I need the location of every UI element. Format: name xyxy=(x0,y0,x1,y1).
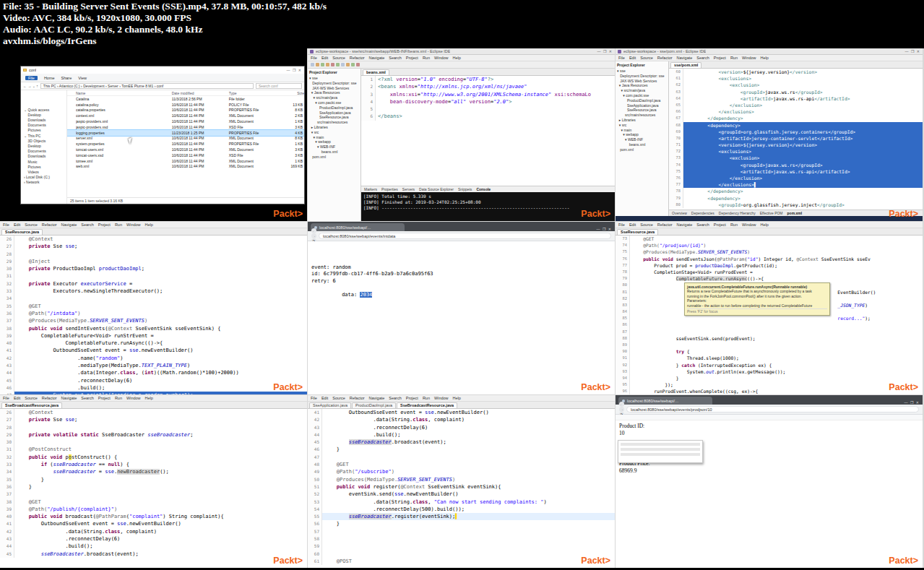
menu-item[interactable]: Window xyxy=(434,56,449,60)
console-tab[interactable]: Console xyxy=(476,187,491,191)
menu-item[interactable]: Project xyxy=(714,56,726,60)
console-tab[interactable]: Properties xyxy=(381,187,398,191)
editor-tab[interactable]: SseApplication.java xyxy=(309,402,351,408)
search-input[interactable]: Search conf xyxy=(256,83,302,89)
tree-item[interactable]: ▾ src xyxy=(617,123,668,128)
sidebar-item[interactable]: Documents xyxy=(24,123,66,128)
menu-item[interactable]: Search xyxy=(389,56,401,60)
column-header[interactable]: Type xyxy=(229,91,275,95)
file-row[interactable]: web.xml 10/6/2018 11:44 PM XML Document … xyxy=(67,164,304,170)
menu-item[interactable]: Help xyxy=(145,396,153,400)
toolbar-icon[interactable] xyxy=(356,63,360,66)
menu-item[interactable]: Window xyxy=(126,396,141,400)
tree-item[interactable]: pom.xml xyxy=(617,147,668,152)
code-editor[interactable]: 1<?xml version="1.0" encoding="UTF-8"?>2… xyxy=(361,76,615,186)
tree-item[interactable]: ▾ main xyxy=(617,128,668,133)
menu-item[interactable]: Help xyxy=(453,396,461,400)
tree-item[interactable]: SseApplication.java xyxy=(309,111,360,116)
menu-item[interactable]: Edit xyxy=(629,223,636,227)
menu-item[interactable]: Help xyxy=(453,56,461,60)
file-row[interactable]: catalina.properties 10/6/2018 11:44 PM P… xyxy=(67,108,304,113)
file-row[interactable]: tomee.xml 10/6/2018 11:44 PM XML Documen… xyxy=(67,158,304,164)
address-bar[interactable]: localhost:8080/sse/webapi/events/intdata xyxy=(319,233,611,239)
menu-item[interactable]: File xyxy=(618,223,625,227)
menu-item[interactable]: File xyxy=(311,396,317,400)
menu-item[interactable]: Navigate xyxy=(677,56,693,60)
sidebar-item[interactable]: Downloads xyxy=(24,154,66,159)
menu-item[interactable]: Edit xyxy=(321,56,328,60)
menu-item[interactable]: Run xyxy=(423,396,430,400)
tree-item[interactable]: beans.xml xyxy=(617,142,668,147)
sidebar-item[interactable]: Videos xyxy=(24,170,66,175)
toolbar-icon[interactable] xyxy=(346,63,350,66)
editor-tab[interactable]: beans.xml xyxy=(363,69,389,75)
editor-tab[interactable]: SseResource.java xyxy=(617,229,658,235)
tree-item[interactable]: ▾ webapp xyxy=(309,139,360,144)
sidebar-item[interactable]: › Local Disk (C:) xyxy=(24,175,66,180)
toolbar-icon[interactable] xyxy=(326,63,329,66)
menu-item[interactable]: File xyxy=(3,223,9,227)
editor-tab[interactable]: ProductDaoImpl.java xyxy=(352,402,396,408)
file-row[interactable]: tomcat-users.xml 10/6/2018 11:44 PM XML … xyxy=(67,147,304,152)
menu-item[interactable]: Run xyxy=(730,56,738,60)
menu-item[interactable]: Refactor xyxy=(657,223,673,227)
tree-item[interactable]: ▾ com.packt.sse xyxy=(309,100,360,105)
menu-item[interactable]: Navigate xyxy=(61,396,77,400)
menu-item[interactable]: Source xyxy=(332,396,345,400)
tree-item[interactable]: ▸ Libraries xyxy=(309,125,360,130)
menu-item[interactable]: Window xyxy=(126,223,141,227)
browser-nav-icon[interactable]: → xyxy=(619,407,624,412)
tree-item[interactable]: ▾ src/main/java xyxy=(617,88,668,93)
console-tab[interactable]: Servers xyxy=(402,187,415,191)
code-editor[interactable]: 26 @Context27 private Sse sse;2829 @Inje… xyxy=(0,236,307,394)
pom-view-tab[interactable]: Effective POM xyxy=(760,211,783,215)
menu-item[interactable]: Search xyxy=(696,223,709,227)
tree-item[interactable]: Deployment Descriptor: sse xyxy=(617,74,668,79)
menu-item[interactable]: Search xyxy=(696,56,709,60)
menu-item[interactable]: Source xyxy=(332,56,345,60)
tree-item[interactable]: ▸ Libraries xyxy=(617,118,668,123)
address-bar[interactable]: localhost:8080/sse/webapi/events/prodjso… xyxy=(626,406,919,413)
menu-item[interactable]: Run xyxy=(115,223,122,227)
sidebar-item[interactable]: Pictures xyxy=(24,165,66,170)
nav-arrows-icon[interactable]: ← → ⌄ ↑ xyxy=(23,84,38,88)
menu-item[interactable]: Navigate xyxy=(369,396,385,400)
toolbar-icon[interactable] xyxy=(341,63,345,66)
menu-item[interactable]: Help xyxy=(761,223,769,227)
menu-item[interactable]: Search xyxy=(81,396,93,400)
browser-tab[interactable]: localhost:8080/sse/webapi/… xyxy=(311,223,405,231)
file-row[interactable]: context.xml 10/6/2018 11:44 PM XML Docum… xyxy=(67,113,304,118)
code-editor[interactable]: 26 @Context27 private Sse sse;2829 priva… xyxy=(0,409,307,568)
menu-item[interactable]: Help xyxy=(761,56,769,60)
file-row[interactable]: jaspic-providers.xsd 10/6/2018 11:44 PM … xyxy=(67,124,304,130)
menu-item[interactable]: Source xyxy=(640,56,652,60)
menu-item[interactable]: Project xyxy=(98,223,111,227)
sidebar-item[interactable]: ⌄ Quick access xyxy=(24,108,66,113)
file-row[interactable]: logging.properties 11/23/2018 1:25 PM PR… xyxy=(67,130,304,136)
menu-item[interactable]: Navigate xyxy=(369,56,385,60)
tree-item[interactable]: Deployment Descriptor: sse xyxy=(309,81,360,86)
toolbar-icon[interactable] xyxy=(311,63,314,66)
sidebar-item[interactable]: Music xyxy=(24,160,66,165)
window-controls[interactable]: — ❐ ✕ xyxy=(905,49,920,53)
menu-item[interactable]: Edit xyxy=(14,396,20,400)
menu-item[interactable]: Source xyxy=(640,223,652,227)
column-header[interactable]: Size xyxy=(275,91,304,95)
tree-item[interactable]: ▾ WEB-INF xyxy=(309,144,360,150)
tree-item[interactable]: JAX-WS Web Services xyxy=(309,86,360,91)
tree-item[interactable]: ▾ webapp xyxy=(617,132,668,137)
menu-item[interactable]: Run xyxy=(730,223,738,227)
pom-view-tab[interactable]: Dependencies xyxy=(691,211,714,215)
console-tab[interactable]: Data Source Explorer xyxy=(419,187,454,191)
menu-item[interactable]: Edit xyxy=(629,56,636,60)
tree-item[interactable]: ▾ com.packt.sse xyxy=(617,93,668,98)
menu-item[interactable]: Project xyxy=(98,396,111,400)
toolbar-icon[interactable] xyxy=(331,63,334,66)
menu-item[interactable]: Project xyxy=(406,56,418,60)
ribbon-tab[interactable]: File xyxy=(25,76,38,80)
sidebar-item[interactable]: › Network xyxy=(24,180,66,185)
sidebar-item[interactable]: Desktop xyxy=(24,113,66,118)
menu-item[interactable]: Edit xyxy=(14,223,20,227)
menu-item[interactable]: Refactor xyxy=(42,223,57,227)
tree-item[interactable]: SseResource.java xyxy=(617,108,668,113)
